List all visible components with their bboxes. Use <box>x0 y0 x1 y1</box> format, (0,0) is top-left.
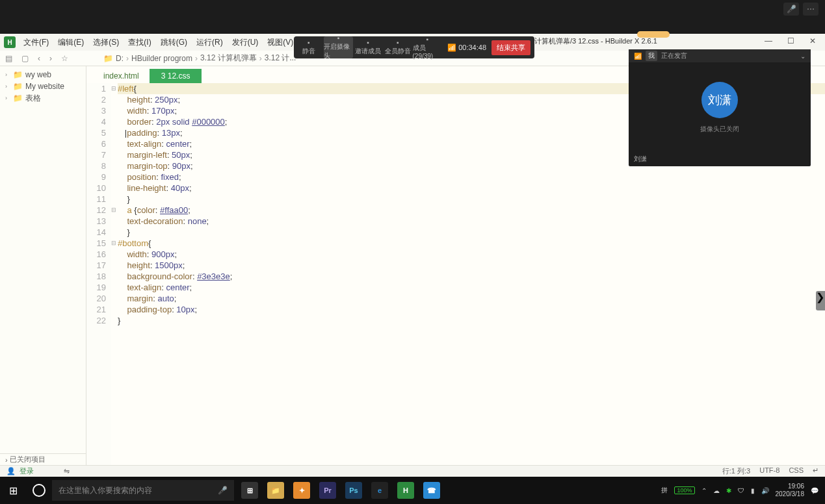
cloud-icon[interactable]: ☁ <box>713 487 720 494</box>
fold-marker[interactable] <box>111 160 118 171</box>
code-line[interactable]: line-height: 40px; <box>118 183 825 194</box>
code-line[interactable]: padding-top: 10px; <box>118 304 825 315</box>
search-input[interactable]: 在这里输入你要搜索的内容 🎤 <box>52 480 234 501</box>
taskbar-app[interactable]: Ps <box>341 477 367 504</box>
maximize-button[interactable]: ☐ <box>779 34 802 48</box>
taskbar-app[interactable]: 📁 <box>263 477 289 504</box>
breadcrumb-segment[interactable]: 3.12 计... <box>265 53 296 64</box>
back-icon[interactable]: ‹ <box>38 54 40 63</box>
new-file-icon[interactable]: ▤ <box>5 54 12 63</box>
meeting-button[interactable]: ▪成员(29/39) <box>413 36 443 58</box>
code-line[interactable]: #bottom{ <box>118 238 825 249</box>
fold-marker[interactable]: ⊟ <box>111 205 118 216</box>
fold-marker[interactable] <box>111 171 118 183</box>
taskbar-app[interactable]: e <box>367 477 393 504</box>
code-line[interactable]: width: 900px; <box>118 249 825 260</box>
star-icon[interactable]: ☆ <box>61 54 68 63</box>
sync-icon[interactable]: ⇋ <box>64 467 70 475</box>
code-line[interactable]: text-decoration: none; <box>118 216 825 227</box>
tree-item[interactable]: ›📁wy web <box>0 69 86 81</box>
menu-item[interactable]: 发行(U) <box>228 36 263 49</box>
code-line[interactable]: a {color: #ffaa00; <box>118 205 825 216</box>
meeting-button[interactable]: ▪全员静音 <box>383 36 413 58</box>
fold-marker[interactable] <box>111 183 118 194</box>
fold-marker[interactable] <box>111 249 118 260</box>
line-ending[interactable]: ↵ <box>813 466 818 476</box>
fold-marker[interactable] <box>111 194 118 205</box>
more-icon[interactable]: ⋯ <box>803 3 818 16</box>
chevron-up-icon[interactable]: ⌃ <box>701 487 707 494</box>
security-icon[interactable]: 🛡 <box>738 487 744 494</box>
wechat-tray-icon[interactable]: ✱ <box>726 487 731 494</box>
tree-item[interactable]: ›📁My website <box>0 81 86 92</box>
right-panel-handle[interactable]: ❯ <box>816 291 825 310</box>
fold-marker[interactable] <box>111 315 118 326</box>
code-line[interactable]: } <box>118 194 825 205</box>
breadcrumb-segment[interactable]: 3.12 计算机弹幕 <box>200 53 257 64</box>
tab-css-active[interactable]: 3 12.css <box>150 69 202 83</box>
fold-marker[interactable] <box>111 149 118 160</box>
code-line[interactable]: } <box>118 227 825 238</box>
fold-marker[interactable] <box>111 127 118 138</box>
fold-marker[interactable] <box>111 271 118 282</box>
fold-marker[interactable]: ⊟ <box>111 238 118 249</box>
code-line[interactable]: text-align: center; <box>118 282 825 293</box>
fold-marker[interactable] <box>111 282 118 293</box>
menu-item[interactable]: 视图(V) <box>263 36 297 49</box>
fold-marker[interactable]: ⊟ <box>111 83 118 94</box>
fold-marker[interactable] <box>111 227 118 238</box>
ime-icon[interactable]: 拼 <box>661 486 668 495</box>
taskbar-app[interactable]: ☎ <box>419 477 445 504</box>
minimize-button[interactable]: — <box>757 34 779 48</box>
menu-item[interactable]: 查找(I) <box>124 36 155 49</box>
fold-marker[interactable] <box>111 116 118 127</box>
code-line[interactable]: margin: auto; <box>118 293 825 304</box>
close-button[interactable]: ✕ <box>802 34 824 48</box>
fold-marker[interactable] <box>111 138 118 149</box>
meeting-button[interactable]: ▪开启摄像头 <box>324 36 354 58</box>
fold-marker[interactable] <box>111 293 118 304</box>
taskbar-app[interactable]: ✦ <box>289 477 315 504</box>
language-mode[interactable]: CSS <box>789 466 804 476</box>
battery-icon[interactable]: 100% <box>674 486 694 494</box>
menu-item[interactable]: 文件(F) <box>20 36 53 49</box>
forward-icon[interactable]: › <box>49 54 52 63</box>
taskbar-app[interactable]: ⊞ <box>237 477 263 504</box>
notifications-icon[interactable]: 💬 <box>811 487 818 494</box>
network-icon[interactable]: ▮ <box>751 487 755 494</box>
menu-item[interactable]: 运行(R) <box>192 36 227 49</box>
breadcrumb-segment[interactable]: HBuilder progrom <box>131 54 192 63</box>
meeting-button[interactable]: ▪静音 <box>294 36 324 58</box>
video-panel[interactable]: 📶 我 正在发言 ⌄ 刘潇 摄像头已关闭 刘潇 <box>629 49 811 166</box>
fold-marker[interactable] <box>111 216 118 227</box>
save-icon[interactable]: ▢ <box>21 54 29 63</box>
mic-icon[interactable]: 🎤 <box>783 3 799 16</box>
closed-projects[interactable]: › 已关闭项目 <box>0 453 86 465</box>
code-line[interactable]: position: fixed; <box>118 171 825 183</box>
mic-icon[interactable]: 🎤 <box>218 486 228 495</box>
code-line[interactable]: } <box>118 315 825 326</box>
fold-marker[interactable] <box>111 260 118 271</box>
tree-item[interactable]: ›📁表格 <box>0 92 86 104</box>
menu-item[interactable]: 编辑(E) <box>54 36 88 49</box>
taskbar-app[interactable]: H <box>393 477 419 504</box>
menu-item[interactable]: 跳转(G) <box>157 36 191 49</box>
chevron-down-icon[interactable]: ⌄ <box>800 53 805 60</box>
start-button[interactable]: ⊞ <box>0 477 26 504</box>
encoding[interactable]: UTF-8 <box>759 466 779 476</box>
clock[interactable]: 19:06 2020/3/18 <box>776 483 805 498</box>
tab-index-html[interactable]: index.html <box>94 69 148 83</box>
fold-marker[interactable] <box>111 94 118 105</box>
fold-marker[interactable] <box>111 304 118 315</box>
cortana-button[interactable] <box>26 477 52 504</box>
taskbar-app[interactable]: Pr <box>315 477 341 504</box>
volume-icon[interactable]: 🔊 <box>761 487 769 494</box>
code-line[interactable]: background-color: #3e3e3e; <box>118 271 825 282</box>
breadcrumb-segment[interactable]: D: <box>116 54 124 63</box>
login-link[interactable]: 登录 <box>20 466 34 476</box>
meeting-button[interactable]: ▪邀请成员 <box>353 36 383 58</box>
code-line[interactable]: height: 1500px; <box>118 260 825 271</box>
menu-item[interactable]: 选择(S) <box>89 36 123 49</box>
end-share-button[interactable]: 结束共享 <box>491 40 530 55</box>
fold-marker[interactable] <box>111 105 118 116</box>
